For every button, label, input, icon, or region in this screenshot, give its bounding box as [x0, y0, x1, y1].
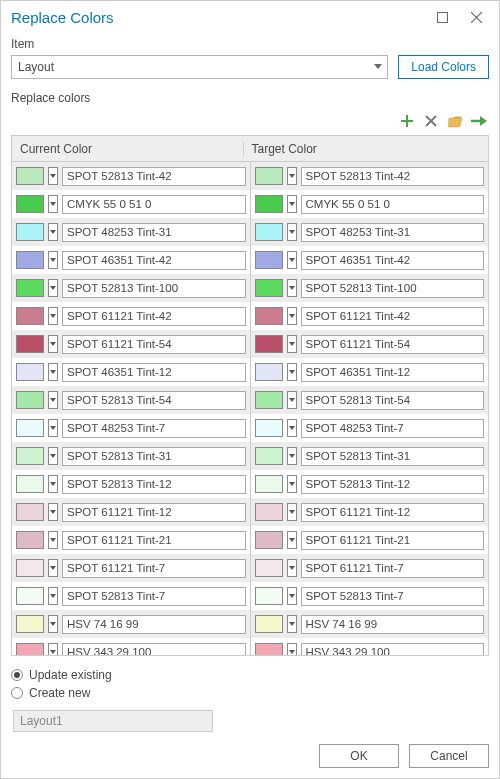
color-dropdown-button[interactable]: [287, 167, 297, 185]
color-swatch[interactable]: [255, 167, 283, 185]
color-dropdown-button[interactable]: [48, 167, 58, 185]
apply-arrow-button[interactable]: [471, 113, 487, 129]
color-swatch[interactable]: [16, 447, 44, 465]
color-swatch[interactable]: [16, 307, 44, 325]
color-swatch[interactable]: [255, 447, 283, 465]
color-name-input[interactable]: [62, 475, 246, 494]
color-name-input[interactable]: [62, 447, 246, 466]
color-swatch[interactable]: [255, 279, 283, 297]
color-name-input[interactable]: [62, 419, 246, 438]
color-name-input[interactable]: [62, 335, 246, 354]
color-dropdown-button[interactable]: [48, 615, 58, 633]
color-swatch[interactable]: [255, 223, 283, 241]
color-dropdown-button[interactable]: [287, 251, 297, 269]
color-swatch[interactable]: [255, 195, 283, 213]
color-name-input[interactable]: [62, 391, 246, 410]
color-name-input[interactable]: [62, 503, 246, 522]
color-swatch[interactable]: [16, 587, 44, 605]
color-dropdown-button[interactable]: [48, 447, 58, 465]
color-swatch[interactable]: [255, 503, 283, 521]
color-name-input[interactable]: [301, 251, 485, 270]
color-name-input[interactable]: [62, 363, 246, 382]
ok-button[interactable]: OK: [319, 744, 399, 768]
col-current[interactable]: Current Color: [12, 142, 243, 156]
color-name-input[interactable]: [301, 391, 485, 410]
color-name-input[interactable]: [301, 363, 485, 382]
color-swatch[interactable]: [16, 559, 44, 577]
color-swatch[interactable]: [16, 391, 44, 409]
load-colors-button[interactable]: Load Colors: [398, 55, 489, 79]
color-dropdown-button[interactable]: [48, 643, 58, 655]
color-dropdown-button[interactable]: [287, 363, 297, 381]
color-swatch[interactable]: [255, 475, 283, 493]
color-name-input[interactable]: [301, 475, 485, 494]
color-name-input[interactable]: [301, 167, 485, 186]
open-folder-button[interactable]: [447, 113, 463, 129]
color-swatch[interactable]: [16, 363, 44, 381]
color-swatch[interactable]: [16, 251, 44, 269]
color-name-input[interactable]: [62, 531, 246, 550]
color-dropdown-button[interactable]: [287, 503, 297, 521]
color-dropdown-button[interactable]: [48, 531, 58, 549]
color-swatch[interactable]: [16, 643, 44, 655]
color-swatch[interactable]: [16, 167, 44, 185]
color-swatch[interactable]: [16, 419, 44, 437]
color-swatch[interactable]: [16, 335, 44, 353]
color-dropdown-button[interactable]: [48, 419, 58, 437]
add-row-button[interactable]: [399, 113, 415, 129]
color-dropdown-button[interactable]: [48, 279, 58, 297]
color-swatch[interactable]: [16, 503, 44, 521]
color-dropdown-button[interactable]: [287, 587, 297, 605]
item-combo-input[interactable]: [11, 55, 388, 79]
radio-update-existing[interactable]: Update existing: [11, 666, 489, 684]
maximize-button[interactable]: [425, 5, 459, 29]
color-name-input[interactable]: [62, 587, 246, 606]
color-name-input[interactable]: [301, 223, 485, 242]
radio-create-new[interactable]: Create new: [11, 684, 489, 702]
color-swatch[interactable]: [255, 307, 283, 325]
color-name-input[interactable]: [62, 559, 246, 578]
col-target[interactable]: Target Color: [243, 142, 475, 156]
color-name-input[interactable]: [301, 531, 485, 550]
color-name-input[interactable]: [62, 615, 246, 634]
color-dropdown-button[interactable]: [48, 363, 58, 381]
color-dropdown-button[interactable]: [287, 223, 297, 241]
close-button[interactable]: [459, 5, 493, 29]
color-name-input[interactable]: [62, 223, 246, 242]
color-name-input[interactable]: [62, 307, 246, 326]
color-dropdown-button[interactable]: [48, 475, 58, 493]
color-swatch[interactable]: [255, 363, 283, 381]
color-dropdown-button[interactable]: [48, 195, 58, 213]
color-dropdown-button[interactable]: [287, 447, 297, 465]
color-name-input[interactable]: [301, 503, 485, 522]
color-name-input[interactable]: [301, 587, 485, 606]
color-swatch[interactable]: [255, 643, 283, 655]
color-dropdown-button[interactable]: [287, 279, 297, 297]
color-swatch[interactable]: [16, 475, 44, 493]
color-name-input[interactable]: [301, 643, 485, 656]
delete-row-button[interactable]: [423, 113, 439, 129]
grid-body[interactable]: [12, 162, 488, 655]
color-dropdown-button[interactable]: [287, 615, 297, 633]
color-name-input[interactable]: [301, 419, 485, 438]
color-dropdown-button[interactable]: [48, 559, 58, 577]
color-name-input[interactable]: [301, 195, 485, 214]
color-swatch[interactable]: [255, 335, 283, 353]
color-swatch[interactable]: [255, 559, 283, 577]
color-swatch[interactable]: [255, 251, 283, 269]
color-dropdown-button[interactable]: [48, 223, 58, 241]
color-swatch[interactable]: [16, 615, 44, 633]
color-dropdown-button[interactable]: [48, 587, 58, 605]
color-name-input[interactable]: [62, 167, 246, 186]
color-dropdown-button[interactable]: [287, 335, 297, 353]
color-name-input[interactable]: [301, 279, 485, 298]
color-dropdown-button[interactable]: [48, 335, 58, 353]
color-dropdown-button[interactable]: [48, 503, 58, 521]
color-swatch[interactable]: [16, 279, 44, 297]
color-name-input[interactable]: [301, 335, 485, 354]
color-name-input[interactable]: [301, 307, 485, 326]
color-dropdown-button[interactable]: [287, 307, 297, 325]
color-name-input[interactable]: [62, 279, 246, 298]
color-dropdown-button[interactable]: [287, 531, 297, 549]
color-dropdown-button[interactable]: [48, 251, 58, 269]
